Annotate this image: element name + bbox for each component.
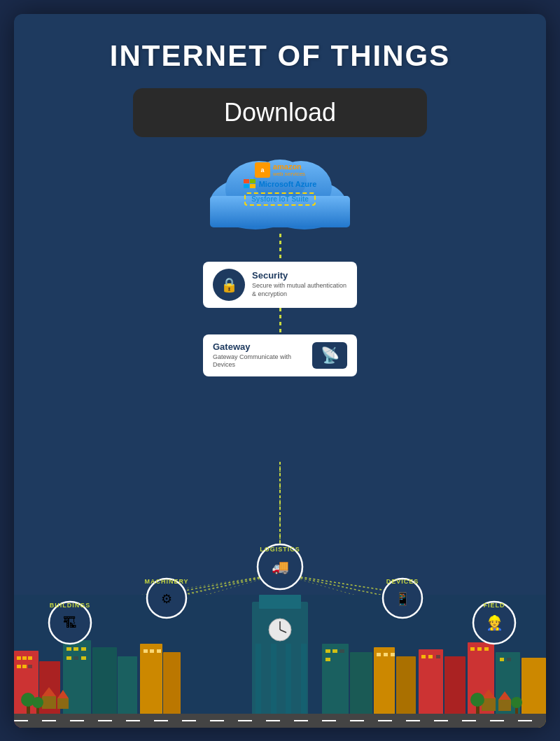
cloud-shape: a amazon web services (203, 154, 357, 231)
svg-rect-60 (332, 649, 337, 653)
aws-logo: a amazon web services (217, 162, 343, 178)
svg-text:DEVICES: DEVICES (386, 578, 419, 585)
svg-rect-42 (81, 656, 86, 660)
svg-rect-41 (74, 656, 78, 660)
connector-security-gateway (14, 308, 546, 334)
svg-rect-40 (66, 656, 71, 660)
cloud-content: a amazon web services (217, 162, 343, 206)
svg-rect-45 (144, 649, 148, 653)
svg-rect-76 (470, 647, 475, 651)
security-description: Secure with mutual authentication & encr… (252, 282, 347, 298)
svg-rect-49 (259, 595, 301, 609)
svg-rect-62 (326, 658, 330, 661)
svg-rect-59 (326, 649, 330, 653)
security-card: 🔒 Security Secure with mutual authentica… (203, 262, 357, 308)
svg-text:BUILDINGS: BUILDINGS (50, 602, 91, 609)
cloud-section: a amazon web services (14, 154, 546, 231)
svg-rect-30 (28, 656, 32, 660)
svg-rect-61 (340, 649, 344, 653)
lock-icon: 🔒 (220, 276, 238, 293)
page-container: INTERNET OF THINGS Download (14, 14, 546, 728)
security-title: Security (252, 270, 347, 281)
sysfore-badge: Sysfore IoT Suite (244, 192, 316, 206)
svg-rect-9 (250, 179, 255, 183)
svg-rect-11 (250, 184, 255, 188)
svg-text:📱: 📱 (395, 591, 411, 607)
download-button[interactable]: Download (133, 88, 427, 137)
svg-rect-28 (17, 656, 21, 660)
svg-rect-80 (507, 658, 511, 661)
svg-rect-10 (244, 184, 249, 188)
svg-rect-70 (421, 655, 426, 658)
svg-rect-39 (81, 647, 86, 651)
gateway-description: Gateway Communicate with Devices (213, 353, 305, 369)
svg-rect-77 (477, 647, 482, 651)
svg-point-88 (32, 697, 43, 708)
svg-text:MACHINERY: MACHINERY (144, 578, 188, 585)
svg-text:LOGISTICS: LOGISTICS (260, 546, 300, 553)
svg-rect-65 (377, 653, 381, 656)
gateway-title: Gateway (213, 341, 305, 352)
svg-rect-32 (22, 665, 27, 668)
svg-rect-78 (484, 647, 489, 651)
svg-rect-8 (244, 179, 249, 183)
router-icon: 📡 (321, 346, 340, 365)
svg-rect-81 (42, 696, 56, 709)
svg-rect-33 (28, 665, 32, 668)
svg-text:🏗: 🏗 (63, 615, 77, 630)
svg-text:FIELD: FIELD (484, 602, 505, 609)
svg-rect-31 (17, 665, 21, 668)
azure-row: Microsoft Azure (217, 179, 343, 189)
svg-text:👷: 👷 (486, 614, 503, 631)
svg-point-94 (470, 693, 484, 707)
svg-point-96 (511, 697, 522, 708)
svg-rect-67 (391, 653, 395, 656)
svg-rect-79 (500, 658, 504, 661)
svg-rect-72 (436, 655, 440, 658)
aws-text: amazon web services (273, 162, 305, 177)
lock-icon-circle: 🔒 (213, 269, 245, 301)
svg-rect-83 (57, 698, 69, 709)
svg-text:⚙: ⚙ (161, 592, 172, 606)
aws-icon: a (255, 162, 270, 178)
connector-cloud-security (14, 234, 546, 262)
gateway-card-text: Gateway Gateway Communicate with Devices (213, 341, 305, 369)
gateway-card: Gateway Gateway Communicate with Devices… (203, 334, 357, 376)
city-svg: 1 (14, 462, 546, 728)
svg-rect-47 (157, 649, 161, 653)
dot-line-1 (279, 234, 281, 262)
security-card-text: Security Secure with mutual authenticati… (252, 270, 347, 298)
security-card-section: 🔒 Security Secure with mutual authentica… (14, 262, 546, 308)
city-section: 1 (14, 462, 546, 728)
svg-rect-71 (428, 655, 433, 658)
svg-rect-46 (150, 649, 154, 653)
svg-rect-37 (66, 647, 71, 651)
svg-rect-66 (384, 653, 388, 656)
windows-icon (244, 179, 256, 189)
router-icon-box: 📡 (312, 342, 347, 369)
svg-rect-91 (498, 700, 511, 711)
svg-rect-29 (22, 656, 27, 660)
svg-rect-38 (74, 647, 78, 651)
gateway-card-section: Gateway Gateway Communicate with Devices… (14, 334, 546, 376)
dot-line-2 (279, 308, 281, 334)
main-title: INTERNET OF THINGS (14, 14, 546, 73)
svg-text:🚚: 🚚 (272, 558, 289, 575)
azure-text: Microsoft Azure (259, 180, 317, 188)
